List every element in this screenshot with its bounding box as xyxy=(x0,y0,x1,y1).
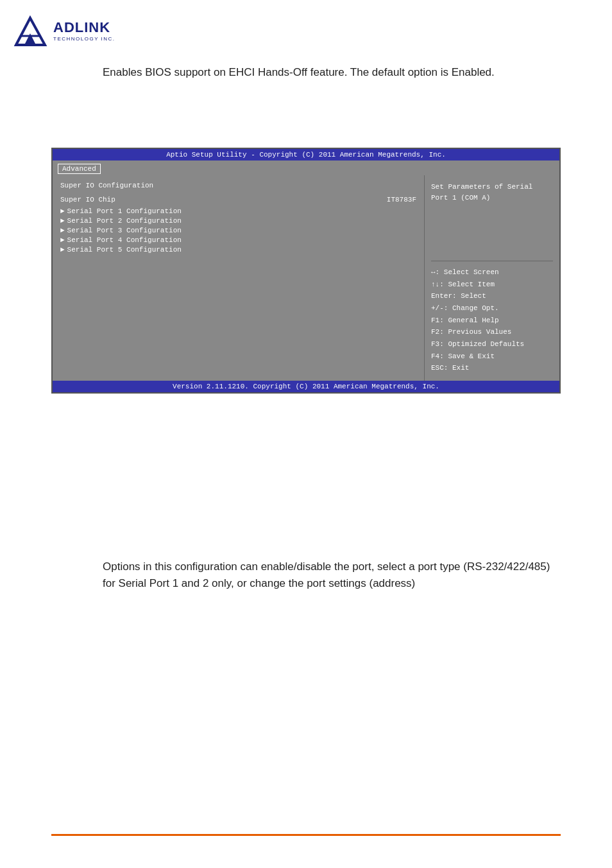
bios-right-panel: Set Parameters of Serial Port 1 (COM A) … xyxy=(425,175,559,381)
arrow-icon-4: ► xyxy=(60,236,65,244)
adlink-logo-icon xyxy=(13,13,48,48)
bios-menu-item-serial4[interactable]: ► Serial Port 4 Configuration xyxy=(60,236,416,244)
bios-menu-label-1: Serial Port 1 Configuration xyxy=(67,207,182,215)
key-help-select-item: ↑↓: Select Item xyxy=(431,279,553,291)
bios-footer: Version 2.11.1210. Copyright (C) 2011 Am… xyxy=(53,381,559,392)
bios-titlebar: Aptio Setup Utility - Copyright (C) 2011… xyxy=(53,149,559,161)
bios-left-panel: Super IO Configuration Super IO Chip IT8… xyxy=(53,175,425,381)
bios-menu-item-serial1[interactable]: ► Serial Port 1 Configuration xyxy=(60,207,416,215)
bios-menu-label-2: Serial Port 2 Configuration xyxy=(67,217,182,225)
arrow-icon-3: ► xyxy=(60,227,65,234)
arrow-icon-1: ► xyxy=(60,207,65,215)
key-help-esc: ESC: Exit xyxy=(431,362,553,374)
arrow-icon-2: ► xyxy=(60,217,65,225)
bios-section-title: Super IO Configuration xyxy=(60,182,416,189)
logo-text: ADLINK TECHNOLOGY INC. xyxy=(53,19,115,42)
key-help-select-screen: ↔: Select Screen xyxy=(431,266,553,279)
bios-divider xyxy=(431,261,553,261)
key-help-f4: F4: Save & Exit xyxy=(431,351,553,363)
bios-menu-label-4: Serial Port 4 Configuration xyxy=(67,236,182,244)
key-help-enter: Enter: Select xyxy=(431,290,553,302)
key-help-f3: F3: Optimized Defaults xyxy=(431,338,553,351)
bios-menu-label-5: Serial Port 5 Configuration xyxy=(67,246,182,254)
bottom-description: Options in this configuration can enable… xyxy=(103,559,561,591)
bios-main-content: Super IO Configuration Super IO Chip IT8… xyxy=(53,175,559,381)
bios-menu-item-serial3[interactable]: ► Serial Port 3 Configuration xyxy=(60,227,416,234)
top-description: Enables BIOS support on EHCI Hands-Off f… xyxy=(103,64,561,81)
bios-chip-value: IT8783F xyxy=(387,196,416,204)
key-help-f2: F2: Previous Values xyxy=(431,326,553,338)
bios-help-text: Set Parameters of Serial Port 1 (COM A) xyxy=(431,182,553,256)
bios-menu-item-serial5[interactable]: ► Serial Port 5 Configuration xyxy=(60,246,416,254)
key-help-change: +/-: Change Opt. xyxy=(431,302,553,315)
bios-tabbar: Advanced xyxy=(53,161,559,175)
key-help-f1: F1: General Help xyxy=(431,315,553,327)
logo-adlink-label: ADLINK xyxy=(53,19,115,36)
bios-menu-item-serial2[interactable]: ► Serial Port 2 Configuration xyxy=(60,217,416,225)
bios-key-help: ↔: Select Screen ↑↓: Select Item Enter: … xyxy=(431,266,553,374)
bios-chip-label: Super IO Chip xyxy=(60,196,387,204)
bios-container: Aptio Setup Utility - Copyright (C) 2011… xyxy=(51,148,561,394)
bottom-decorative-line xyxy=(51,834,561,836)
logo-area: ADLINK TECHNOLOGY INC. xyxy=(13,13,115,48)
bios-chip-row: Super IO Chip IT8783F xyxy=(60,196,416,204)
bios-tab-advanced[interactable]: Advanced xyxy=(58,164,101,174)
logo-subtitle-label: TECHNOLOGY INC. xyxy=(53,36,115,42)
arrow-icon-5: ► xyxy=(60,246,65,254)
bios-menu-label-3: Serial Port 3 Configuration xyxy=(67,227,182,234)
